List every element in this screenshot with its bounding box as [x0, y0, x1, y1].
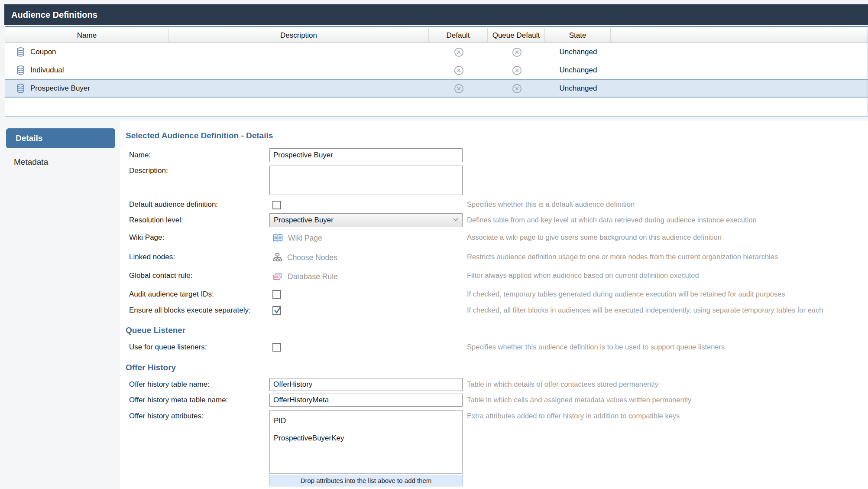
- offer-history-meta-help: Table in which cells and assigned metada…: [467, 396, 866, 404]
- column-header-filler: [611, 28, 868, 42]
- org-chart-icon: [272, 253, 282, 262]
- offer-history-table-input[interactable]: [269, 378, 463, 391]
- not-default-circled-x-icon[interactable]: [454, 84, 464, 94]
- state-cell: Unchanged: [545, 61, 611, 79]
- attribute-list-item[interactable]: ProspectiveBuyerKey: [270, 430, 462, 447]
- offer-history-meta-label: Offer history meta table name:: [129, 396, 228, 404]
- audit-target-ids-label: Audit audience target IDs:: [129, 290, 214, 299]
- table-row-coupon[interactable]: Coupon Unchanged: [5, 43, 868, 61]
- not-queue-default-circled-x-icon[interactable]: [512, 65, 522, 75]
- state-cell: Unchanged: [545, 80, 611, 97]
- not-queue-default-circled-x-icon[interactable]: [512, 84, 522, 94]
- checkmark-icon: [273, 306, 282, 315]
- global-contact-rule-help: Filter always applied when audience base…: [467, 271, 866, 280]
- audience-definitions-screen: Audience Definitions Name Description De…: [0, 0, 868, 489]
- audit-target-ids-checkbox[interactable]: [272, 290, 281, 299]
- default-audience-label: Default audience definition:: [129, 200, 218, 209]
- linked-nodes-help: Restricts audience definition usage to o…: [467, 253, 866, 261]
- choose-nodes-button[interactable]: Choose Nodes: [272, 251, 337, 264]
- linked-nodes-label: Linked nodes:: [129, 253, 175, 261]
- audience-table-rows: Coupon Unchanged Indivudual: [5, 43, 868, 98]
- audience-db-icon: [16, 84, 25, 93]
- description-input[interactable]: [269, 166, 463, 195]
- default-cell: [429, 43, 488, 61]
- offer-history-attributes-help: Extra attributes added to offer history …: [467, 412, 866, 420]
- name-input[interactable]: [269, 148, 463, 162]
- global-contact-rule-label: Global contact rule:: [129, 271, 192, 280]
- wiki-page-help: Associate a wiki page to give users some…: [467, 233, 866, 241]
- table-row-prospective-buyer[interactable]: Prospective Buyer Unchanged: [5, 79, 868, 98]
- default-audience-help: Specifies whether this is a default audi…: [467, 200, 866, 209]
- name-label: Name:: [129, 151, 151, 160]
- offer-history-meta-input[interactable]: [269, 394, 463, 407]
- audit-target-ids-help: If checked, temporary tables generated d…: [467, 290, 866, 298]
- audience-name: Prospective Buyer: [30, 84, 90, 93]
- attributes-drop-target[interactable]: Drop attributes into the list above to a…: [269, 475, 463, 486]
- offer-history-heading: Offer History: [126, 363, 176, 372]
- resolution-level-value: Prospective Buyer: [274, 216, 334, 224]
- queue-default-cell: [488, 61, 545, 79]
- ensure-blocks-help: If checked, all filter blocks in audienc…: [467, 306, 866, 314]
- wiki-page-button-label: Wiki Page: [288, 234, 322, 243]
- default-cell: [429, 80, 488, 97]
- details-panel: Selected Audience Definition - Details N…: [120, 121, 868, 489]
- audience-table-header: Name Description Default Queue Default S…: [5, 28, 868, 43]
- page-title: Audience Definitions: [4, 4, 868, 25]
- ensure-blocks-label: Ensure all blocks execute separately:: [129, 306, 251, 315]
- sidebar-tab-details[interactable]: Details: [6, 128, 115, 148]
- queue-listener-heading: Queue Listener: [126, 326, 185, 335]
- queue-default-cell: [488, 80, 545, 97]
- audience-table: Name Description Default Queue Default S…: [5, 26, 868, 117]
- audience-name: Indivudual: [30, 66, 64, 75]
- use-queue-listeners-help: Specifies whether this audience definiti…: [467, 343, 866, 351]
- offer-history-table-label: Offer history table name:: [129, 380, 210, 389]
- row-name-cell: Indivudual: [16, 61, 64, 79]
- database-rule-icon: [272, 272, 283, 281]
- resolution-level-select[interactable]: Prospective Buyer: [269, 213, 463, 227]
- use-queue-listeners-checkbox[interactable]: [272, 343, 281, 352]
- wiki-page-button[interactable]: Wiki Page: [272, 232, 322, 244]
- column-header-state[interactable]: State: [545, 28, 611, 42]
- wiki-book-icon: [272, 233, 283, 243]
- sidebar: Details Metadata: [0, 121, 120, 489]
- attribute-list-item[interactable]: PID: [270, 412, 462, 430]
- default-cell: [429, 61, 488, 79]
- queue-default-cell: [488, 43, 545, 61]
- offer-history-attributes-list[interactable]: PID ProspectiveBuyerKey: [269, 410, 463, 474]
- details-heading: Selected Audience Definition - Details: [126, 131, 273, 140]
- ensure-blocks-checkbox[interactable]: [272, 306, 281, 315]
- audience-db-icon: [16, 65, 25, 75]
- column-header-name[interactable]: Name: [5, 28, 169, 42]
- wiki-page-label: Wiki Page:: [129, 233, 164, 242]
- column-header-description[interactable]: Description: [169, 28, 429, 42]
- database-rule-button[interactable]: Database Rule: [272, 271, 338, 283]
- choose-nodes-button-label: Choose Nodes: [287, 253, 337, 262]
- not-default-circled-x-icon[interactable]: [454, 47, 464, 57]
- audience-db-icon: [16, 47, 25, 57]
- row-name-cell: Coupon: [16, 43, 56, 61]
- database-rule-button-label: Database Rule: [288, 272, 338, 281]
- chevron-down-icon: [453, 218, 458, 222]
- column-header-queue-default[interactable]: Queue Default: [488, 28, 545, 42]
- offer-history-table-help: Table in which details of offer contacte…: [467, 380, 866, 388]
- use-queue-listeners-label: Use for queue listeners:: [129, 343, 207, 352]
- table-row-indivudual[interactable]: Indivudual Unchanged: [5, 61, 868, 79]
- state-cell: Unchanged: [545, 43, 611, 61]
- resolution-level-help: Defines table from and key level at whic…: [467, 216, 866, 224]
- resolution-level-label: Resolution level:: [129, 216, 183, 225]
- not-queue-default-circled-x-icon[interactable]: [512, 47, 522, 57]
- sidebar-tab-metadata[interactable]: Metadata: [14, 157, 48, 167]
- audience-name: Coupon: [30, 48, 56, 56]
- not-default-circled-x-icon[interactable]: [454, 65, 464, 75]
- default-audience-checkbox[interactable]: [272, 201, 281, 209]
- description-label: Description:: [129, 166, 168, 175]
- offer-history-attributes-label: Offer history attributes:: [129, 412, 204, 421]
- column-header-default[interactable]: Default: [429, 28, 488, 42]
- row-name-cell: Prospective Buyer: [16, 80, 90, 97]
